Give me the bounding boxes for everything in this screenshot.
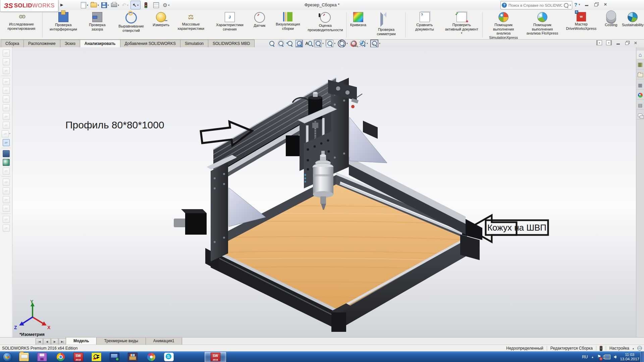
quick-access-button-undo[interactable] (120, 1, 130, 9)
heads-up-button-zoom-to-fit[interactable] (268, 40, 275, 47)
doc-restore-button[interactable] (625, 41, 629, 45)
heads-up-button-view-settings[interactable] (370, 40, 380, 48)
command-tab[interactable]: Расположение (23, 40, 60, 47)
heads-up-button-hide-show-annotations[interactable] (305, 40, 312, 47)
ribbon-button[interactable]: Характеристики сечения (210, 11, 249, 32)
left-toolbar-button-feature-tool-17[interactable] (1, 195, 11, 204)
model-tab[interactable]: Трехмерные виды (96, 338, 146, 345)
task-pane-tab-file-explorer[interactable] (637, 71, 644, 79)
task-pane-tab-custom-properties[interactable] (637, 101, 644, 110)
ribbon-button[interactable]: Измерить (151, 11, 171, 28)
show-desktop-button[interactable] (640, 352, 644, 362)
ribbon-button[interactable]: Sustainability (622, 11, 644, 28)
tab-scroll-prev[interactable]: ◀ (43, 338, 51, 345)
taskbar-button-media-player[interactable] (142, 352, 159, 362)
left-toolbar-button-feature-tool-10[interactable] (1, 129, 11, 138)
customize-label[interactable]: Настройка (609, 346, 629, 351)
command-tab[interactable]: Сборка (1, 40, 24, 47)
heads-up-button-edit-appearance[interactable] (350, 40, 357, 47)
quick-access-button-open-document[interactable] (90, 1, 100, 9)
expand-right-pane-icon[interactable]: ▸ (606, 40, 612, 45)
quick-access-button-save[interactable] (100, 1, 110, 9)
heads-up-button-previous-view[interactable] (286, 40, 293, 47)
doc-minimize-button[interactable] (616, 41, 621, 45)
left-toolbar-button-feature-tool-2[interactable] (1, 57, 11, 66)
network-icon[interactable] (604, 355, 610, 359)
task-pane-tab-solidworks-resources[interactable] (637, 51, 644, 59)
left-toolbar-button-feature-tool-13[interactable] (1, 158, 11, 167)
tab-scroll-last[interactable]: ▶| (59, 338, 66, 345)
quick-access-button-new-document[interactable] (80, 1, 89, 9)
command-tab[interactable]: Эскиз (60, 40, 80, 47)
command-tab[interactable]: Simulation (180, 40, 208, 47)
search-icon[interactable] (564, 3, 569, 8)
quick-access-button-print[interactable] (110, 1, 120, 9)
taskbar-button-solidworks-2016[interactable] (70, 352, 87, 362)
task-pane-tab-solidworks-forum[interactable] (637, 111, 644, 120)
menu-expand-arrow-icon[interactable]: ▶ (60, 1, 66, 8)
quick-access-button-options[interactable] (161, 1, 171, 9)
model-tab[interactable]: Анимация1 (146, 338, 182, 345)
left-toolbar-button-feature-tool-6[interactable] (1, 95, 11, 103)
ribbon-button[interactable]: Проверка зазора (83, 11, 112, 32)
task-pane-tab-view-palette[interactable] (637, 81, 644, 89)
ribbon-button[interactable]: Кривизна (348, 11, 369, 28)
command-tab[interactable]: Анализировать (80, 40, 120, 47)
left-toolbar-button-feature-tool-20[interactable] (1, 224, 11, 232)
ribbon-button[interactable]: Мастер DriveWorksXpress (562, 11, 601, 31)
taskbar-button-file-manager[interactable] (124, 352, 141, 362)
quick-access-button-file-properties[interactable] (151, 1, 161, 9)
ribbon-button[interactable]: Оценка производительности (306, 11, 345, 33)
heads-up-button-zoom-to-area[interactable] (277, 40, 284, 47)
heads-up-button-hide-show-items[interactable] (338, 40, 348, 48)
ribbon-button[interactable]: Исследование проектирования (2, 11, 41, 31)
left-toolbar-button-feature-tool-9[interactable] (1, 121, 11, 129)
left-toolbar-button-feature-tool-11[interactable] (1, 138, 11, 147)
ribbon-button[interactable]: Помощник выполнения анализа FloXpress (523, 11, 562, 36)
taskbar-button-cad-utility[interactable] (88, 352, 105, 362)
ribbon-button[interactable]: Визуализация сборки (270, 11, 306, 31)
clock[interactable]: 11:03 13.04.2017 (620, 353, 639, 361)
taskbar-button-skype[interactable] (160, 352, 177, 362)
command-tab[interactable]: SOLIDWORKS MBD (208, 40, 255, 47)
tray-expand-icon[interactable]: ▲ (591, 356, 594, 359)
left-toolbar-button-feature-tool-1[interactable] (1, 49, 11, 57)
taskbar-button-backup-tool[interactable] (34, 352, 50, 362)
customize-arrow-icon[interactable]: ▴ (633, 347, 634, 350)
search-dropdown-icon[interactable]: ▾ (570, 4, 571, 7)
taskbar-button-chrome[interactable] (52, 352, 68, 362)
minimize-button[interactable] (584, 2, 589, 7)
quick-access-button-select[interactable] (130, 1, 141, 9)
ribbon-button[interactable]: Помощник выполнения анализа SimulationXp… (484, 11, 523, 40)
language-indicator[interactable]: RU (582, 355, 588, 359)
left-toolbar-button-feature-tool-3[interactable] (1, 66, 11, 75)
collapse-left-pane-icon[interactable]: ◂ (596, 40, 602, 45)
ribbon-button[interactable]: Сравнить документы (407, 11, 442, 32)
left-toolbar-button-feature-tool-12[interactable] (1, 149, 11, 158)
left-toolbar-button-feature-tool-18[interactable] (1, 204, 11, 213)
command-tab[interactable]: Добавления SOLIDWORKS (120, 40, 181, 47)
restore-button[interactable] (594, 2, 598, 7)
heads-up-button-apply-scene[interactable] (359, 40, 368, 47)
left-toolbar-button-feature-tool-5[interactable] (1, 86, 11, 95)
left-toolbar-button-feature-tool-8[interactable] (1, 112, 11, 121)
heads-up-button-view-orientation[interactable] (314, 40, 324, 47)
tab-scroll-first[interactable]: |◀ (36, 338, 43, 345)
heads-up-button-display-style[interactable] (326, 40, 335, 47)
ribbon-button[interactable]: Проверка интерференции (44, 11, 83, 32)
left-toolbar-button-feature-tool-4[interactable] (1, 77, 11, 86)
taskbar-button-remote-desktop[interactable] (106, 352, 123, 362)
ribbon-button[interactable]: Массовые характеристики (171, 11, 210, 31)
left-toolbar-button-feature-tool-7[interactable] (1, 103, 11, 112)
graphics-area[interactable]: Профиль 80*80*1000 Кожух на ШВП (13, 47, 636, 337)
model-tab[interactable]: Модель (66, 338, 97, 345)
task-pane-tab-design-library[interactable] (637, 61, 644, 69)
tab-scroll-next[interactable]: ▶ (51, 338, 58, 345)
ribbon-button[interactable]: Проверить активный документ (442, 11, 481, 35)
search-input[interactable] (508, 3, 563, 8)
doc-close-button[interactable]: × (633, 41, 638, 45)
help-button[interactable]: ?▾ (574, 2, 580, 7)
left-toolbar-button-feature-tool-15[interactable] (1, 178, 11, 186)
ribbon-button[interactable]: Costing (601, 11, 622, 28)
heads-up-button-section-view[interactable] (296, 40, 303, 47)
